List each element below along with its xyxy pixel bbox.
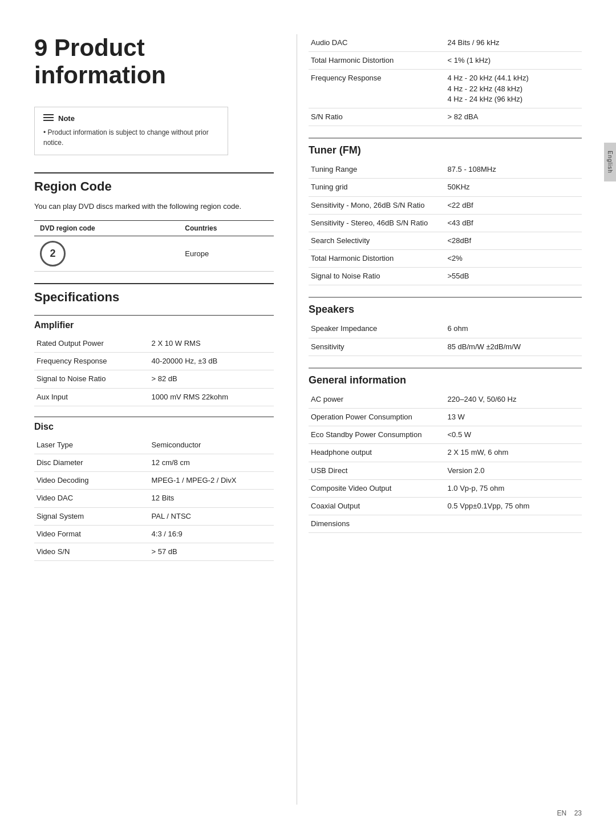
- disc-table: Laser Type Semiconductor Disc Diameter 1…: [34, 437, 274, 561]
- note-header: Note: [43, 114, 219, 123]
- region-code-title: Region Code: [34, 172, 274, 194]
- general-info-title: General information: [309, 368, 582, 386]
- tuner-table: Tuning Range 87.5 - 108MHz Tuning grid 5…: [309, 161, 582, 285]
- table-row: Signal to Noise Ratio > 82 dB: [34, 370, 274, 388]
- table-row: Sensitivity - Stereo, 46dB S/N Ratio <43…: [309, 214, 582, 232]
- page-footer: EN 23: [557, 809, 582, 817]
- note-text: • Product information is subject to chan…: [43, 127, 219, 148]
- table-row: Video S/N > 57 dB: [34, 543, 274, 560]
- table-row: Frequency Response 40-20000 Hz, ±3 dB: [34, 353, 274, 370]
- table-row: Audio DAC 24 Bits / 96 kHz: [309, 34, 582, 52]
- amplifier-title: Amplifier: [34, 315, 274, 330]
- table-row: Tuning grid 50KHz: [309, 179, 582, 196]
- table-row: Speaker Impedance 6 ohm: [309, 320, 582, 338]
- note-box: Note • Product information is subject to…: [34, 107, 228, 155]
- region-code-table: DVD region code Countries 2 Europe: [34, 220, 274, 272]
- table-row: USB Direct Version 2.0: [309, 462, 582, 479]
- table-row: Headphone output 2 X 15 mW, 6 ohm: [309, 444, 582, 462]
- table-row: Aux Input 1000 mV RMS 22kohm: [34, 388, 274, 406]
- table-row: Signal System PAL / NTSC: [34, 507, 274, 525]
- table-row: Total Harmonic Distortion < 1% (1 kHz): [309, 52, 582, 70]
- note-icon: [43, 114, 54, 122]
- disc-title: Disc: [34, 417, 274, 432]
- table-row: Composite Video Output 1.0 Vp-p, 75 ohm: [309, 479, 582, 497]
- tuner-title: Tuner (FM): [309, 138, 582, 156]
- country-cell: Europe: [179, 236, 274, 272]
- table-row: Sensitivity 85 dB/m/W ±2dB/m/W: [309, 338, 582, 356]
- right-column: Audio DAC 24 Bits / 96 kHz Total Harmoni…: [297, 34, 582, 805]
- table-row: Dimensions: [309, 515, 582, 533]
- table-row: AC power 220–240 V, 50/60 Hz: [309, 391, 582, 409]
- table-row: Total Harmonic Distortion <2%: [309, 250, 582, 268]
- table-row: Frequency Response 4 Hz - 20 kHz (44.1 k…: [309, 70, 582, 108]
- left-column: 9 Productinformation Note • Product info…: [34, 34, 297, 805]
- speakers-title: Speakers: [309, 297, 582, 316]
- table-row: Video Format 4:3 / 16:9: [34, 525, 274, 543]
- table-row: Sensitivity - Mono, 26dB S/N Ratio <22 d…: [309, 196, 582, 214]
- table-row: Video DAC 12 Bits: [34, 490, 274, 507]
- table-row: Operation Power Consumption 13 W: [309, 409, 582, 426]
- table-row: Disc Diameter 12 cm/8 cm: [34, 454, 274, 472]
- table-row: Rated Output Power 2 X 10 W RMS: [34, 335, 274, 353]
- table-row: Laser Type Semiconductor: [34, 437, 274, 454]
- amplifier-table: Rated Output Power 2 X 10 W RMS Frequenc…: [34, 335, 274, 406]
- countries-col-header: Countries: [179, 221, 274, 236]
- region-row: 2 Europe: [34, 236, 274, 272]
- table-row: Eco Standby Power Consumption <0.5 W: [309, 426, 582, 444]
- page-title: 9 Productinformation: [34, 34, 274, 90]
- dvd-badge: 2: [40, 241, 66, 266]
- specifications-title: Specifications: [34, 283, 274, 305]
- speakers-table: Speaker Impedance 6 ohm Sensitivity 85 d…: [309, 320, 582, 356]
- general-info-table: AC power 220–240 V, 50/60 Hz Operation P…: [309, 391, 582, 534]
- table-row: Video Decoding MPEG-1 / MPEG-2 / DivX: [34, 472, 274, 490]
- audio-dac-table: Audio DAC 24 Bits / 96 kHz Total Harmoni…: [309, 34, 582, 126]
- region-col-header: DVD region code: [34, 221, 179, 236]
- table-row: Search Selectivity <28dBf: [309, 232, 582, 249]
- table-row: S/N Ratio > 82 dBA: [309, 108, 582, 126]
- table-row: Tuning Range 87.5 - 108MHz: [309, 161, 582, 179]
- table-row: Coaxial Output 0.5 Vpp±0.1Vpp, 75 ohm: [309, 497, 582, 515]
- table-row: Signal to Noise Ratio >55dB: [309, 268, 582, 285]
- region-code-desc: You can play DVD discs marked with the f…: [34, 201, 274, 212]
- language-tab: English: [604, 143, 616, 181]
